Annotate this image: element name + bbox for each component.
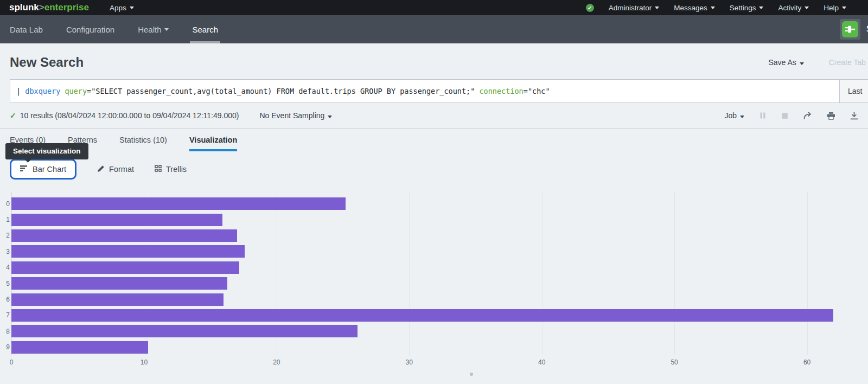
menu-help[interactable]: Help [824, 4, 846, 12]
nav-item-health[interactable]: Health [138, 15, 169, 43]
x-tick-label: 50 [671, 359, 678, 366]
chart-row: 1 [11, 212, 868, 227]
caret-down-icon [130, 7, 134, 11]
bar-9[interactable] [11, 341, 148, 354]
caret-down-icon [805, 7, 809, 11]
y-category-label: 4 [2, 264, 10, 271]
results-tabs: Events (0)PatternsStatistics (10)Visuali… [0, 129, 868, 151]
y-category-label: 9 [2, 343, 10, 351]
caret-down-icon [800, 62, 804, 67]
stop-button[interactable] [781, 112, 788, 119]
x-tick-label: 60 [803, 359, 810, 366]
bar-2[interactable] [11, 229, 237, 242]
chart-row: 9 [11, 340, 868, 355]
pause-button[interactable] [759, 112, 767, 119]
nav-item-configuration[interactable]: Configuration [66, 15, 114, 43]
topbar-menus: ✓ AdministratorMessagesSettingsActivityH… [586, 4, 846, 12]
chart-row: 0 [11, 196, 868, 212]
tab-visualization[interactable]: Visualization [189, 129, 237, 151]
nav-item-data-lab[interactable]: Data Lab [10, 15, 43, 43]
caret-down-icon [759, 7, 763, 11]
tab-label: Statistics (10) [119, 136, 167, 144]
y-category-label: 2 [2, 232, 10, 239]
format-icon [97, 165, 105, 174]
nav-item-label: Data Lab [10, 25, 43, 34]
caret-down-icon [328, 116, 332, 120]
y-category-label: 7 [2, 311, 10, 319]
query-token: dbxquery [25, 87, 60, 95]
format-button[interactable]: Format [97, 165, 134, 174]
bar-5[interactable] [11, 277, 227, 290]
query-token: = [87, 87, 91, 95]
query-token: connection [479, 87, 523, 95]
y-category-label: 5 [2, 280, 10, 287]
chart-row: 4 [11, 260, 868, 276]
job-menu[interactable]: Job [724, 111, 744, 120]
query-token: "chc" [528, 87, 550, 95]
query-token: query [65, 87, 87, 95]
results-bar: ✓ 10 results (08/04/2024 12:00:00.000 to… [0, 103, 868, 129]
menu-label: Settings [730, 4, 756, 12]
menu-messages[interactable]: Messages [674, 4, 715, 12]
page-header: New Search Save As Create Tab [0, 43, 868, 79]
bar-3[interactable] [11, 245, 245, 258]
app-name: S [866, 24, 868, 35]
nav-item-search[interactable]: Search [192, 15, 218, 43]
save-as-button[interactable]: Save As [768, 58, 803, 67]
page-title: New Search [10, 55, 84, 70]
caret-down-icon [740, 116, 744, 120]
query-token: "SELECT passenger_count,avg(total_amount… [91, 87, 475, 95]
y-category-label: 6 [2, 296, 10, 303]
bar-4[interactable] [11, 261, 239, 274]
chart-row: 8 [11, 323, 868, 339]
search-input[interactable]: | dbxquery query="SELECT passenger_count… [10, 80, 839, 103]
bar-chart: 0123456789 [11, 196, 868, 355]
menu-settings[interactable]: Settings [730, 4, 764, 12]
menu-label: Administrator [609, 4, 652, 12]
chart-row: 6 [11, 291, 868, 307]
results-summary: 10 results (08/04/2024 12:00:00.000 to 0… [20, 111, 239, 120]
bar-1[interactable] [11, 214, 222, 226]
bar-chart-icon [20, 165, 28, 174]
select-visualization-tooltip: Select visualization [5, 143, 88, 159]
time-range-picker[interactable]: Last [839, 80, 868, 103]
x-tick-label: 10 [141, 359, 148, 366]
menu-activity[interactable]: Activity [778, 4, 809, 12]
tab-statistics-10[interactable]: Statistics (10) [119, 129, 167, 151]
export-button[interactable] [850, 112, 858, 120]
nav-item-label: Search [192, 25, 218, 34]
appnav-right: S [840, 15, 868, 43]
print-button[interactable] [827, 112, 835, 120]
bar-0[interactable] [11, 197, 346, 210]
menu-label: Help [824, 4, 839, 12]
appnav-items: Data LabConfigurationHealthSearch [10, 15, 241, 43]
event-sampling-menu[interactable]: No Event Sampling [259, 111, 332, 120]
share-button[interactable] [803, 112, 812, 120]
x-tick-label: 40 [538, 359, 545, 366]
chart-type-button[interactable]: Bar Chart [10, 159, 76, 180]
splunk-logo: splunk>enterprise [9, 2, 89, 13]
check-circle-icon[interactable]: ✓ [586, 4, 594, 12]
chart-plot: 0123456789 [11, 196, 868, 355]
tab-label: Visualization [189, 136, 237, 144]
app-icon[interactable] [840, 19, 860, 40]
plug-icon [842, 21, 858, 37]
create-table-button[interactable]: Create Tab [829, 58, 866, 67]
caret-down-icon [842, 7, 846, 11]
y-category-label: 8 [2, 328, 10, 335]
bar-8[interactable] [11, 325, 358, 337]
y-category-label: 1 [2, 216, 10, 223]
top-bar: splunk>enterprise Apps ✓ AdministratorMe… [0, 0, 868, 15]
nav-item-label: Health [138, 25, 161, 34]
chart-row: 5 [11, 276, 868, 291]
caret-down-icon [655, 7, 659, 11]
bar-7[interactable] [11, 309, 833, 322]
viz-controls: Bar Chart Format Trellis [0, 151, 868, 180]
trellis-button[interactable]: Trellis [155, 165, 187, 174]
menu-label: Activity [778, 4, 801, 12]
apps-menu[interactable]: Apps [110, 4, 134, 12]
menu-administrator[interactable]: Administrator [609, 4, 660, 12]
checkmark-icon: ✓ [10, 111, 16, 120]
nav-item-label: Configuration [66, 25, 114, 34]
bar-6[interactable] [11, 293, 224, 306]
